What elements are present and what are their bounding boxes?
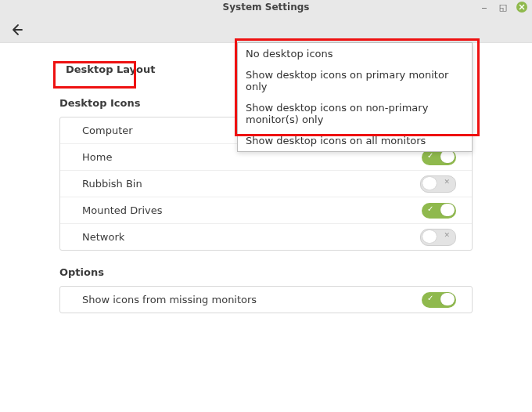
setting-label: Mounted Drives <box>82 204 422 216</box>
setting-row: Show icons from missing monitors <box>60 287 472 313</box>
window-buttons: ‒ ◱ <box>479 2 527 13</box>
options-panel: Show icons from missing monitors <box>59 286 473 313</box>
dropdown-option[interactable]: Show desktop icons on non-primary monito… <box>238 97 472 130</box>
close-button[interactable] <box>516 2 527 13</box>
titlebar: System Settings ‒ ◱ <box>0 0 532 17</box>
dropdown-option[interactable]: Show desktop icons on all monitors <box>238 130 472 151</box>
toggle-knob <box>440 293 455 305</box>
setting-label: Network <box>82 231 420 243</box>
minimize-button[interactable]: ‒ <box>479 2 490 13</box>
window-title: System Settings <box>0 2 532 13</box>
toggle-switch[interactable] <box>420 175 456 193</box>
toggle-switch[interactable] <box>422 292 456 308</box>
setting-label: Rubbish Bin <box>82 178 420 190</box>
setting-row: Mounted Drives <box>60 197 472 223</box>
setting-row: Rubbish Bin <box>60 170 472 197</box>
toggle-switch[interactable] <box>422 203 456 219</box>
toggle-knob <box>422 230 437 243</box>
setting-label: Home <box>82 151 422 163</box>
options-heading: Options <box>59 266 473 278</box>
dropdown-option[interactable]: Show desktop icons on primary monitor on… <box>238 64 472 97</box>
toggle-knob <box>440 204 455 216</box>
back-button[interactable] <box>8 21 25 38</box>
toggle-switch[interactable] <box>420 229 456 246</box>
back-arrow-icon <box>10 23 23 36</box>
desktop-layout-dropdown[interactable]: No desktop iconsShow desktop icons on pr… <box>237 42 473 152</box>
desktop-layout-heading: Desktop Layout <box>59 60 162 78</box>
toolbar <box>0 17 532 43</box>
setting-row: Network <box>60 223 472 250</box>
toggle-knob <box>422 177 437 190</box>
close-icon <box>519 4 525 10</box>
maximize-button[interactable]: ◱ <box>498 2 509 13</box>
setting-label: Show icons from missing monitors <box>82 294 422 305</box>
dropdown-option[interactable]: No desktop icons <box>238 43 472 64</box>
